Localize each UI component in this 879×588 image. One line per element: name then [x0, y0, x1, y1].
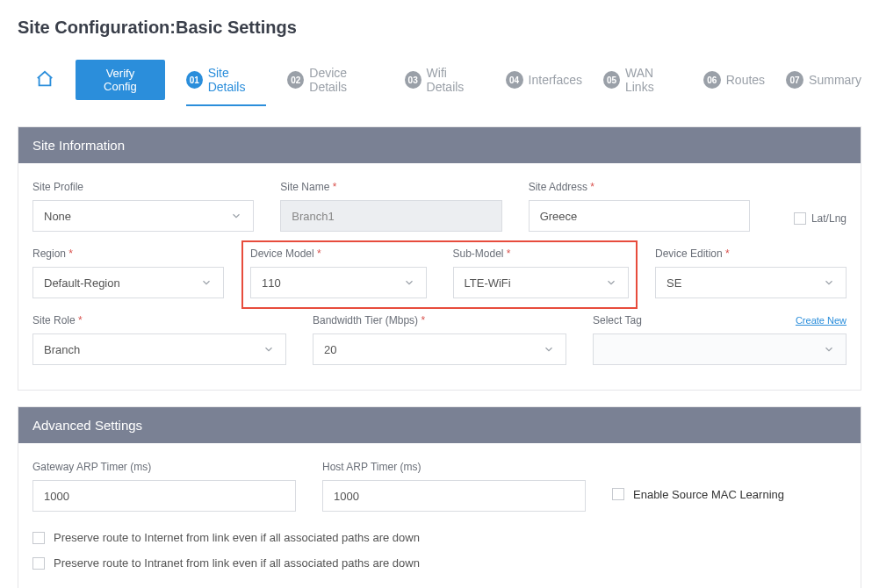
chevron-down-icon — [605, 276, 617, 289]
enable-mac-checkbox[interactable] — [612, 488, 624, 500]
page-title: Site Configuration:Basic Settings — [18, 18, 861, 38]
site-address-label: Site Address — [529, 181, 750, 193]
step-wan-links[interactable]: 05 WAN Links — [603, 66, 682, 94]
site-profile-select[interactable]: None — [32, 200, 254, 232]
device-model-value: 110 — [262, 276, 403, 290]
step-number: 01 — [186, 71, 203, 89]
step-label: Summary — [809, 73, 861, 87]
site-address-input[interactable]: Greece — [529, 200, 750, 232]
site-name-label: Site Name — [280, 181, 501, 193]
step-label: WAN Links — [625, 66, 682, 94]
chevron-down-icon — [263, 343, 275, 355]
chevron-down-icon — [543, 343, 555, 355]
site-address-value: Greece — [540, 210, 578, 223]
bandwidth-tier-value: 20 — [324, 343, 543, 356]
device-edition-value: SE — [666, 276, 823, 290]
latlng-checkbox[interactable] — [794, 212, 806, 225]
enable-mac-label: Enable Source MAC Learning — [633, 488, 784, 501]
verify-config-button[interactable]: Verify Config — [76, 60, 165, 100]
step-wifi-details[interactable]: 03 Wifi Details — [405, 66, 485, 94]
sub-model-label: Sub-Model — [453, 247, 630, 260]
preserve-intranet-label: Preserve route to Intranet from link eve… — [54, 556, 420, 570]
create-new-tag-link[interactable]: Create New — [796, 315, 847, 326]
preserve-internet-checkbox[interactable] — [32, 532, 45, 544]
step-label: Site Details — [208, 66, 267, 94]
chevron-down-icon — [403, 276, 415, 289]
site-profile-value: None — [44, 210, 230, 223]
host-arp-input[interactable]: 1000 — [322, 480, 586, 512]
step-label: Interfaces — [529, 73, 582, 87]
bandwidth-tier-label: Bandwidth Tier (Mbps) — [313, 314, 566, 326]
latlng-label: Lat/Lng — [811, 212, 847, 225]
step-label: Device Details — [309, 66, 383, 94]
site-role-value: Branch — [44, 343, 263, 356]
region-label: Region — [32, 247, 224, 260]
host-arp-value: 1000 — [334, 490, 359, 503]
site-role-select[interactable]: Branch — [32, 333, 286, 365]
step-number: 07 — [786, 71, 803, 89]
device-edition-select[interactable]: SE — [655, 267, 847, 298]
home-icon[interactable] — [35, 69, 54, 91]
site-profile-label: Site Profile — [32, 181, 254, 193]
site-information-panel: Site Information Site Profile None Site … — [18, 126, 861, 391]
sub-model-select[interactable]: LTE-WiFi — [453, 267, 630, 298]
gateway-arp-label: Gateway ARP Timer (ms) — [32, 461, 296, 473]
step-number: 06 — [703, 71, 721, 89]
advanced-settings-panel: Advanced Settings Gateway ARP Timer (ms)… — [18, 406, 861, 588]
step-tabs: Verify Config 01 Site Details 02 Device … — [18, 60, 861, 100]
chevron-down-icon — [823, 276, 835, 289]
sub-model-value: LTE-WiFi — [465, 276, 606, 290]
site-name-value: Branch1 — [292, 210, 334, 223]
step-summary[interactable]: 07 Summary — [786, 71, 861, 89]
step-interfaces[interactable]: 04 Interfaces — [506, 71, 582, 89]
chevron-down-icon — [823, 343, 835, 355]
region-value: Default-Region — [44, 276, 200, 290]
panel-header: Site Information — [18, 127, 861, 163]
gateway-arp-value: 1000 — [44, 490, 69, 503]
region-select[interactable]: Default-Region — [32, 267, 224, 298]
preserve-intranet-checkbox[interactable] — [32, 557, 45, 570]
step-number: 05 — [603, 71, 620, 89]
device-edition-label: Device Edition — [655, 247, 847, 260]
device-model-label: Device Model — [250, 247, 427, 260]
bandwidth-tier-select[interactable]: 20 — [313, 333, 566, 365]
step-device-details[interactable]: 02 Device Details — [287, 66, 383, 94]
gateway-arp-input[interactable]: 1000 — [32, 480, 296, 512]
step-number: 02 — [287, 71, 304, 89]
preserve-internet-label: Preserve route to Internet from link eve… — [54, 531, 420, 544]
step-routes[interactable]: 06 Routes — [703, 71, 765, 89]
select-tag-label: Select Tag — [593, 314, 642, 326]
site-name-input[interactable]: Branch1 — [280, 200, 501, 232]
step-label: Routes — [726, 73, 765, 87]
chevron-down-icon — [230, 210, 242, 222]
panel-header: Advanced Settings — [18, 407, 861, 443]
host-arp-label: Host ARP Timer (ms) — [322, 461, 586, 473]
site-role-label: Site Role — [32, 314, 286, 326]
chevron-down-icon — [200, 276, 213, 289]
select-tag-select[interactable] — [593, 333, 847, 365]
step-label: Wifi Details — [427, 66, 485, 94]
step-site-details[interactable]: 01 Site Details — [186, 66, 267, 106]
device-model-highlight: Device Model 110 Sub-Model LTE-WiFi — [241, 240, 638, 309]
step-number: 04 — [506, 71, 523, 89]
step-number: 03 — [405, 71, 421, 89]
device-model-select[interactable]: 110 — [250, 267, 427, 298]
